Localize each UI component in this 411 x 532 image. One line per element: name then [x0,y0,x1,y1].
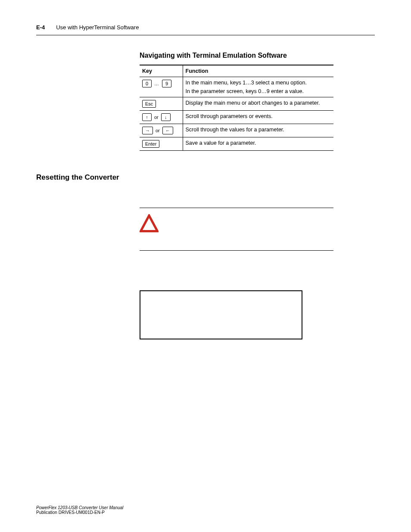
divider [140,250,333,251]
footer-publication: Publication DRIVES-UM001D-EN-P [36,510,123,515]
header-rule [36,35,375,35]
function-text: Scroll through parameters or events. [183,111,333,124]
key-down-arrow: ↓ [161,113,171,121]
key-0: 0 [142,80,152,87]
terminal-screen-placeholder [140,290,302,339]
function-text: In the main menu, keys 1…3 select a menu… [186,80,331,86]
table-header-key: Key [140,65,183,77]
table-row: 0 … 9 In the main menu, keys 1…3 select … [140,77,333,97]
or-label: or [156,128,160,133]
table-header-function: Function [183,65,333,77]
function-text: In the parameter screen, keys 0…9 enter … [186,88,331,94]
page-footer: PowerFlex 1203-USB Converter User Manual… [36,505,123,515]
key-function-table: Key Function 0 … 9 In the main menu, key… [140,65,333,151]
key-9: 9 [162,80,171,87]
table-row: → or ← Scroll through the values for a p… [140,124,333,137]
section-heading-resetting: Resetting the Converter [36,173,119,182]
running-title: Use with HyperTerminal Software [56,24,139,31]
ellipsis: … [154,81,159,86]
page-number: E-4 [36,24,45,31]
divider [140,208,333,208]
table-row: ↑ or ↓ Scroll through parameters or even… [140,111,333,124]
page-header: E-4 Use with HyperTerminal Software [36,24,375,35]
key-up-arrow: ↑ [142,113,152,121]
function-text: Save a value for a parameter. [183,137,333,151]
key-right-arrow: → [142,127,153,134]
key-esc: Esc [142,100,156,108]
section-subheading: Navigating with Terminal Emulation Softw… [140,52,375,59]
or-label: or [154,115,159,120]
function-text: Display the main menu or abort changes t… [183,97,333,111]
table-row: Esc Display the main menu or abort chang… [140,97,333,111]
key-enter: Enter [142,140,159,148]
function-text: Scroll through the values for a paramete… [183,124,333,137]
table-row: Enter Save a value for a parameter. [140,137,333,151]
svg-marker-0 [141,216,158,231]
attention-icon [140,214,159,235]
footer-manual-title: PowerFlex 1203-USB Converter User Manual [36,505,123,510]
key-left-arrow: ← [162,127,173,134]
attention-block [140,208,333,251]
